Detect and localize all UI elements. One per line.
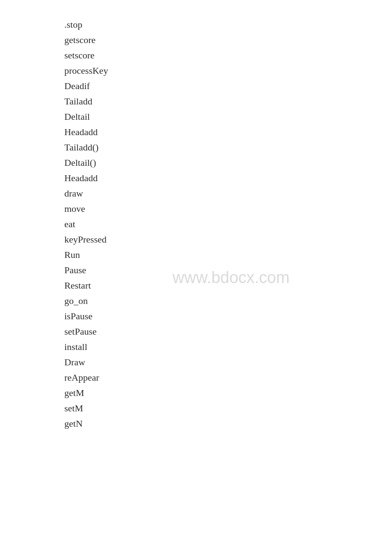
- list-item: Headadd: [64, 124, 392, 140]
- list-item: go_on: [64, 293, 392, 309]
- list-item: Draw: [64, 355, 392, 370]
- list-item: Pause: [64, 263, 392, 278]
- list-item: move: [64, 201, 392, 217]
- list-item: Tailadd(): [64, 140, 392, 155]
- list-item: getM: [64, 385, 392, 401]
- list-item: isPause: [64, 309, 392, 324]
- list-item: Deltail: [64, 109, 392, 124]
- list-item: processKey: [64, 63, 392, 78]
- list-item: setPause: [64, 324, 392, 339]
- list-item: getN: [64, 416, 392, 431]
- list-item: Run: [64, 247, 392, 263]
- list-item: reAppear: [64, 370, 392, 385]
- list-item: keyPressed: [64, 232, 392, 247]
- list-item: setscore: [64, 48, 392, 63]
- list-item: install: [64, 339, 392, 355]
- list-item: Restart: [64, 278, 392, 293]
- list-item: Deadif: [64, 78, 392, 94]
- list-item: Headadd: [64, 171, 392, 186]
- list-item: Deltail(): [64, 155, 392, 171]
- list-item: getscore: [64, 32, 392, 48]
- list-item: Tailadd: [64, 94, 392, 109]
- list-item: draw: [64, 186, 392, 201]
- list-item: eat: [64, 217, 392, 232]
- list-item: .stop: [64, 17, 392, 32]
- content-list: .stopgetscoresetscoreprocessKeyDeadifTai…: [0, 0, 392, 448]
- list-item: setM: [64, 401, 392, 416]
